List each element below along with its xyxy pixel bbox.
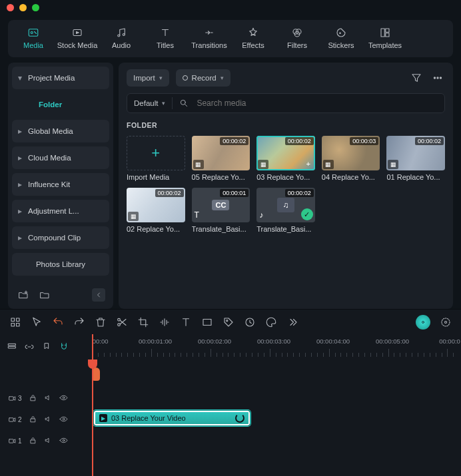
- snap-button[interactable]: [9, 316, 21, 328]
- rectangle-icon: [201, 316, 213, 328]
- marker-button[interactable]: [41, 342, 52, 354]
- text-button[interactable]: [180, 316, 192, 328]
- search-input[interactable]: [191, 99, 444, 108]
- video-track-1: 1: [0, 430, 461, 451]
- tab-titles[interactable]: Titles: [144, 23, 187, 55]
- svg-point-38: [63, 439, 65, 441]
- magnet-button[interactable]: [59, 342, 69, 354]
- tab-audio[interactable]: Audio: [100, 23, 143, 55]
- svg-point-23: [227, 320, 228, 321]
- split-button[interactable]: [116, 316, 128, 328]
- sidebar-item-project-media[interactable]: ▾Project Media: [12, 67, 109, 89]
- add-to-timeline-icon[interactable]: +: [304, 159, 313, 168]
- media-item[interactable]: 00:00:02▦+ 03 Replace Yo...: [256, 136, 315, 181]
- mute-button[interactable]: [44, 436, 53, 446]
- track-options-button[interactable]: [7, 342, 17, 354]
- minimize-window-button[interactable]: [19, 4, 27, 11]
- tab-filters[interactable]: Filters: [276, 23, 318, 55]
- track-body[interactable]: [92, 387, 461, 409]
- media-item[interactable]: 00:00:02▦ 01 Replace Yo...: [386, 136, 445, 181]
- lock-button[interactable]: [29, 436, 37, 446]
- search-icon: [179, 99, 189, 108]
- marker-row: [0, 361, 461, 387]
- sidebar-item-label: Folder: [39, 101, 62, 109]
- media-item[interactable]: 00:00:03▦ 04 Replace Yo...: [322, 136, 380, 181]
- sort-dropdown[interactable]: Default▾: [127, 94, 172, 113]
- media-item[interactable]: 00:00:02▦ 05 Replace Yo...: [192, 136, 250, 181]
- delete-button[interactable]: [95, 316, 107, 328]
- svg-point-13: [437, 77, 438, 79]
- sidebar-item-cloud-media[interactable]: ▸Cloud Media: [12, 146, 109, 169]
- timeline-ruler[interactable]: 00:00:00 00:00:01:00 00:00:02:00 00:00:0…: [92, 334, 461, 361]
- ai-tools-button[interactable]: [416, 315, 430, 330]
- render-button[interactable]: [440, 316, 452, 328]
- filter-button[interactable]: [409, 71, 424, 85]
- sidebar-item-compound-clip[interactable]: ▸Compound Clip: [12, 226, 109, 249]
- svg-rect-33: [9, 417, 14, 421]
- stickers-icon: [335, 27, 347, 39]
- speed-button[interactable]: [244, 316, 256, 328]
- plus-icon: +: [151, 144, 160, 162]
- card-label: 04 Replace Yo...: [322, 173, 380, 181]
- card-label: 03 Replace Yo...: [256, 173, 315, 181]
- play-icon: ▶: [99, 414, 107, 422]
- trash-icon: [95, 316, 107, 328]
- pointer-button[interactable]: [31, 316, 43, 328]
- record-dropdown[interactable]: Record▾: [176, 69, 230, 87]
- tab-stock-media[interactable]: Stock Media: [56, 23, 99, 55]
- sidebar-item-global-media[interactable]: ▸Global Media: [12, 120, 109, 142]
- track-body[interactable]: [92, 430, 461, 451]
- new-folon-button[interactable]: [16, 288, 31, 302]
- tab-stickers[interactable]: Stickers: [320, 23, 362, 55]
- import-media-card[interactable]: + Import Media: [127, 136, 185, 181]
- sidebar-item-folder[interactable]: Folder: [12, 93, 109, 116]
- mute-button[interactable]: [44, 393, 53, 403]
- close-window-button[interactable]: [7, 4, 14, 11]
- tag-button[interactable]: [223, 316, 234, 328]
- tab-media[interactable]: Media: [12, 23, 55, 55]
- collapse-sidebar-button[interactable]: [92, 288, 105, 302]
- chevron-down-icon: ▾: [221, 75, 224, 81]
- tab-templates[interactable]: Templates: [364, 23, 406, 55]
- media-item[interactable]: 00:00:02♪♫✓ Translate_Basi...: [256, 188, 315, 233]
- folder-button[interactable]: [37, 288, 52, 302]
- timeline-controls: [0, 334, 92, 361]
- frame-button[interactable]: [201, 316, 213, 328]
- svg-point-1: [31, 32, 33, 34]
- track-body[interactable]: ▶ 03 Replace Your Video: [92, 409, 461, 430]
- link-button[interactable]: [24, 342, 35, 354]
- timeline-clip[interactable]: ▶ 03 Replace Your Video: [93, 410, 250, 426]
- visibility-button[interactable]: [59, 393, 68, 403]
- chevrons-right-icon: [286, 316, 298, 328]
- stock-icon: [71, 27, 83, 39]
- color-button[interactable]: [265, 316, 277, 328]
- track-badge: 2: [8, 415, 22, 424]
- zoom-window-button[interactable]: [32, 4, 39, 11]
- sidebar-item-influence-kit[interactable]: ▸Influence Kit: [12, 173, 109, 196]
- media-item[interactable]: 00:00:01TCC Translate_Basi...: [192, 188, 250, 233]
- playhead[interactable]: [92, 334, 93, 476]
- mute-button[interactable]: [44, 415, 53, 425]
- overflow-button[interactable]: [286, 316, 298, 328]
- sidebar-item-adjustment-layer[interactable]: ▸Adjustment L...: [12, 200, 109, 222]
- crop-button[interactable]: [137, 316, 149, 328]
- audio-detach-button[interactable]: [159, 316, 171, 328]
- import-dropdown[interactable]: Import▾: [127, 69, 169, 87]
- media-item[interactable]: 00:00:02▦ 02 Replace Yo...: [127, 188, 185, 233]
- tab-effects[interactable]: Effects: [232, 23, 274, 55]
- lock-button[interactable]: [29, 393, 37, 403]
- titles-icon: [159, 27, 171, 39]
- track-number: 2: [18, 416, 22, 423]
- more-button[interactable]: [430, 71, 445, 85]
- redo-button[interactable]: [73, 316, 85, 328]
- record-dot-icon: [183, 75, 188, 81]
- tab-label: Templates: [368, 41, 402, 49]
- visibility-button[interactable]: [59, 415, 68, 425]
- undo-button[interactable]: [52, 316, 64, 328]
- tab-transitions[interactable]: Transitions: [188, 23, 230, 55]
- filter-icon: [410, 72, 422, 84]
- palette-icon: [265, 316, 277, 328]
- visibility-button[interactable]: [59, 436, 68, 446]
- sidebar-item-photos-library[interactable]: Photos Library: [12, 253, 109, 276]
- lock-button[interactable]: [29, 415, 37, 425]
